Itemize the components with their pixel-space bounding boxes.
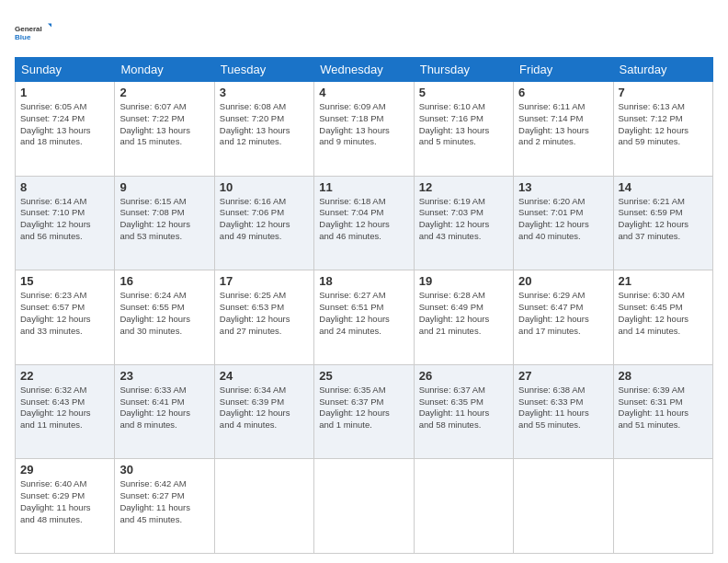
- logo: General Blue: [15, 15, 51, 50]
- day-cell: [214, 459, 313, 554]
- day-number: 10: [220, 180, 309, 194]
- day-info: Sunrise: 6:33 AM Sunset: 6:41 PM Dayligh…: [119, 385, 209, 431]
- day-cell: 30Sunrise: 6:42 AM Sunset: 6:27 PM Dayli…: [115, 459, 214, 554]
- col-header-thursday: Thursday: [414, 58, 513, 82]
- day-cell: 22Sunrise: 6:32 AM Sunset: 6:43 PM Dayli…: [16, 364, 115, 459]
- day-cell: 29Sunrise: 6:40 AM Sunset: 6:29 PM Dayli…: [16, 459, 115, 554]
- week-row-3: 15Sunrise: 6:23 AM Sunset: 6:57 PM Dayli…: [16, 270, 713, 365]
- day-cell: 25Sunrise: 6:35 AM Sunset: 6:37 PM Dayli…: [314, 364, 414, 459]
- week-row-4: 22Sunrise: 6:32 AM Sunset: 6:43 PM Dayli…: [16, 364, 713, 459]
- day-number: 19: [419, 274, 508, 288]
- day-info: Sunrise: 6:34 AM Sunset: 6:39 PM Dayligh…: [220, 385, 309, 431]
- day-info: Sunrise: 6:32 AM Sunset: 6:43 PM Dayligh…: [20, 385, 109, 431]
- header-row: SundayMondayTuesdayWednesdayThursdayFrid…: [16, 58, 713, 82]
- day-cell: 24Sunrise: 6:34 AM Sunset: 6:39 PM Dayli…: [214, 364, 313, 459]
- header: General Blue: [15, 11, 713, 50]
- day-info: Sunrise: 6:13 AM Sunset: 7:12 PM Dayligh…: [619, 101, 708, 148]
- day-info: Sunrise: 6:29 AM Sunset: 6:47 PM Dayligh…: [518, 290, 608, 337]
- day-cell: 28Sunrise: 6:39 AM Sunset: 6:31 PM Dayli…: [613, 364, 712, 459]
- day-info: Sunrise: 6:15 AM Sunset: 7:08 PM Dayligh…: [119, 196, 209, 243]
- day-number: 3: [220, 86, 309, 99]
- day-cell: [314, 459, 414, 554]
- day-number: 23: [119, 369, 209, 383]
- day-cell: 13Sunrise: 6:20 AM Sunset: 7:01 PM Dayli…: [514, 176, 613, 270]
- day-number: 21: [619, 274, 708, 288]
- day-info: Sunrise: 6:05 AM Sunset: 7:24 PM Dayligh…: [20, 101, 109, 148]
- day-info: Sunrise: 6:14 AM Sunset: 7:10 PM Dayligh…: [20, 196, 109, 243]
- col-header-tuesday: Tuesday: [214, 58, 313, 82]
- day-info: Sunrise: 6:08 AM Sunset: 7:20 PM Dayligh…: [220, 101, 309, 148]
- day-info: Sunrise: 6:28 AM Sunset: 6:49 PM Dayligh…: [419, 290, 508, 337]
- day-info: Sunrise: 6:40 AM Sunset: 6:29 PM Dayligh…: [20, 478, 109, 525]
- day-number: 4: [319, 86, 408, 99]
- day-number: 29: [20, 463, 109, 477]
- day-cell: 20Sunrise: 6:29 AM Sunset: 6:47 PM Dayli…: [514, 270, 613, 365]
- day-info: Sunrise: 6:20 AM Sunset: 7:01 PM Dayligh…: [518, 196, 608, 243]
- day-info: Sunrise: 6:30 AM Sunset: 6:45 PM Dayligh…: [619, 290, 708, 337]
- day-info: Sunrise: 6:24 AM Sunset: 6:55 PM Dayligh…: [119, 290, 209, 337]
- day-info: Sunrise: 6:18 AM Sunset: 7:04 PM Dayligh…: [319, 196, 408, 243]
- week-row-5: 29Sunrise: 6:40 AM Sunset: 6:29 PM Dayli…: [16, 459, 713, 554]
- day-info: Sunrise: 6:35 AM Sunset: 6:37 PM Dayligh…: [319, 385, 408, 431]
- day-cell: 23Sunrise: 6:33 AM Sunset: 6:41 PM Dayli…: [115, 364, 214, 459]
- day-number: 24: [220, 369, 309, 383]
- day-number: 26: [419, 369, 508, 383]
- day-number: 17: [220, 274, 309, 288]
- day-cell: 19Sunrise: 6:28 AM Sunset: 6:49 PM Dayli…: [414, 270, 513, 365]
- day-number: 25: [319, 369, 408, 383]
- day-cell: 27Sunrise: 6:38 AM Sunset: 6:33 PM Dayli…: [514, 364, 613, 459]
- week-row-1: 1Sunrise: 6:05 AM Sunset: 7:24 PM Daylig…: [16, 82, 713, 177]
- svg-text:Blue: Blue: [15, 33, 31, 41]
- day-info: Sunrise: 6:21 AM Sunset: 6:59 PM Dayligh…: [619, 196, 708, 243]
- day-info: Sunrise: 6:23 AM Sunset: 6:57 PM Dayligh…: [20, 290, 109, 337]
- day-number: 27: [518, 369, 608, 383]
- day-info: Sunrise: 6:27 AM Sunset: 6:51 PM Dayligh…: [319, 290, 408, 337]
- day-cell: 6Sunrise: 6:11 AM Sunset: 7:14 PM Daylig…: [514, 82, 613, 177]
- day-info: Sunrise: 6:07 AM Sunset: 7:22 PM Dayligh…: [119, 101, 209, 148]
- day-cell: 3Sunrise: 6:08 AM Sunset: 7:20 PM Daylig…: [214, 82, 313, 177]
- logo-svg: General Blue: [15, 15, 51, 50]
- day-cell: [414, 459, 513, 554]
- day-number: 12: [419, 180, 508, 194]
- day-info: Sunrise: 6:09 AM Sunset: 7:18 PM Dayligh…: [319, 101, 408, 148]
- day-number: 1: [20, 86, 109, 99]
- svg-marker-2: [48, 24, 51, 28]
- col-header-wednesday: Wednesday: [314, 58, 414, 82]
- calendar-table: SundayMondayTuesdayWednesdayThursdayFrid…: [15, 57, 713, 554]
- day-cell: 8Sunrise: 6:14 AM Sunset: 7:10 PM Daylig…: [16, 176, 115, 270]
- day-cell: 5Sunrise: 6:10 AM Sunset: 7:16 PM Daylig…: [414, 82, 513, 177]
- col-header-saturday: Saturday: [613, 58, 712, 82]
- col-header-friday: Friday: [514, 58, 613, 82]
- day-cell: 18Sunrise: 6:27 AM Sunset: 6:51 PM Dayli…: [314, 270, 414, 365]
- day-cell: 11Sunrise: 6:18 AM Sunset: 7:04 PM Dayli…: [314, 176, 414, 270]
- col-header-monday: Monday: [115, 58, 214, 82]
- day-info: Sunrise: 6:11 AM Sunset: 7:14 PM Dayligh…: [518, 101, 608, 148]
- day-info: Sunrise: 6:39 AM Sunset: 6:31 PM Dayligh…: [619, 385, 708, 431]
- day-number: 6: [518, 86, 608, 99]
- week-row-2: 8Sunrise: 6:14 AM Sunset: 7:10 PM Daylig…: [16, 176, 713, 270]
- day-info: Sunrise: 6:10 AM Sunset: 7:16 PM Dayligh…: [419, 101, 508, 148]
- day-number: 20: [518, 274, 608, 288]
- day-cell: 2Sunrise: 6:07 AM Sunset: 7:22 PM Daylig…: [115, 82, 214, 177]
- day-cell: 26Sunrise: 6:37 AM Sunset: 6:35 PM Dayli…: [414, 364, 513, 459]
- day-cell: 1Sunrise: 6:05 AM Sunset: 7:24 PM Daylig…: [16, 82, 115, 177]
- day-number: 5: [419, 86, 508, 99]
- day-number: 30: [119, 463, 209, 477]
- page: General Blue SundayMondayTuesdayWednesda…: [0, 0, 728, 563]
- day-cell: 14Sunrise: 6:21 AM Sunset: 6:59 PM Dayli…: [613, 176, 712, 270]
- day-info: Sunrise: 6:42 AM Sunset: 6:27 PM Dayligh…: [119, 478, 209, 525]
- day-cell: 10Sunrise: 6:16 AM Sunset: 7:06 PM Dayli…: [214, 176, 313, 270]
- day-number: 13: [518, 180, 608, 194]
- day-number: 9: [119, 180, 209, 194]
- day-number: 11: [319, 180, 408, 194]
- day-number: 15: [20, 274, 109, 288]
- day-info: Sunrise: 6:19 AM Sunset: 7:03 PM Dayligh…: [419, 196, 508, 243]
- day-cell: [514, 459, 613, 554]
- day-number: 2: [119, 86, 209, 99]
- day-cell: 16Sunrise: 6:24 AM Sunset: 6:55 PM Dayli…: [115, 270, 214, 365]
- day-number: 28: [619, 369, 708, 383]
- day-cell: 17Sunrise: 6:25 AM Sunset: 6:53 PM Dayli…: [214, 270, 313, 365]
- day-cell: [613, 459, 712, 554]
- day-info: Sunrise: 6:37 AM Sunset: 6:35 PM Dayligh…: [419, 385, 508, 431]
- day-cell: 9Sunrise: 6:15 AM Sunset: 7:08 PM Daylig…: [115, 176, 214, 270]
